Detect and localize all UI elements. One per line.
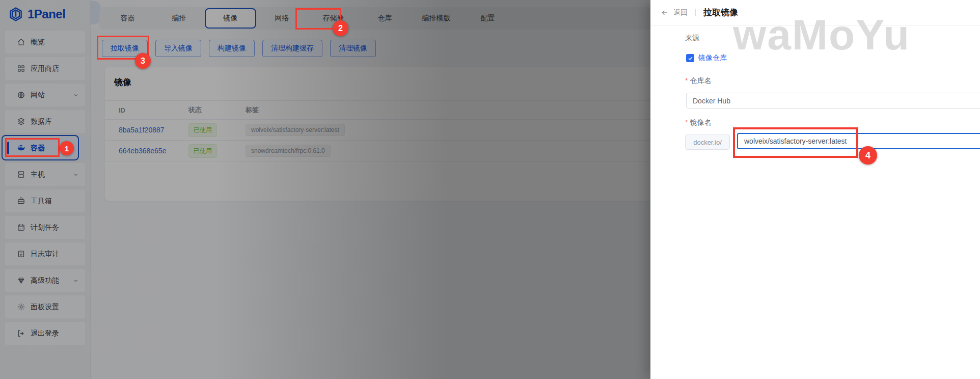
repo-name-select[interactable]	[686, 93, 980, 109]
checkbox-checked-icon[interactable]	[686, 54, 694, 62]
watermark: waMoYu	[733, 13, 910, 56]
registry-checkbox-label: 镜像仓库	[698, 53, 727, 63]
source-label: 来源	[685, 34, 699, 43]
repo-name-label: *仓库名	[685, 76, 711, 86]
required-marker: *	[685, 118, 688, 126]
back-arrow-icon	[661, 9, 669, 17]
modal-overlay[interactable]	[0, 0, 650, 379]
required-marker: *	[685, 76, 688, 85]
check-icon	[688, 56, 693, 61]
back-label: 返回	[673, 8, 688, 17]
docker-io-prefix: docker.io/	[685, 134, 730, 150]
pull-image-drawer: 返回 拉取镜像 waMoYu 来源 镜像仓库 *仓库名 *镜像名 docker.…	[650, 0, 980, 379]
image-name-input[interactable]	[737, 133, 980, 149]
header-divider	[695, 9, 696, 16]
back-button[interactable]: 返回	[661, 8, 688, 17]
image-name-label: *镜像名	[685, 118, 711, 127]
registry-checkbox-row[interactable]: 镜像仓库	[686, 53, 727, 63]
